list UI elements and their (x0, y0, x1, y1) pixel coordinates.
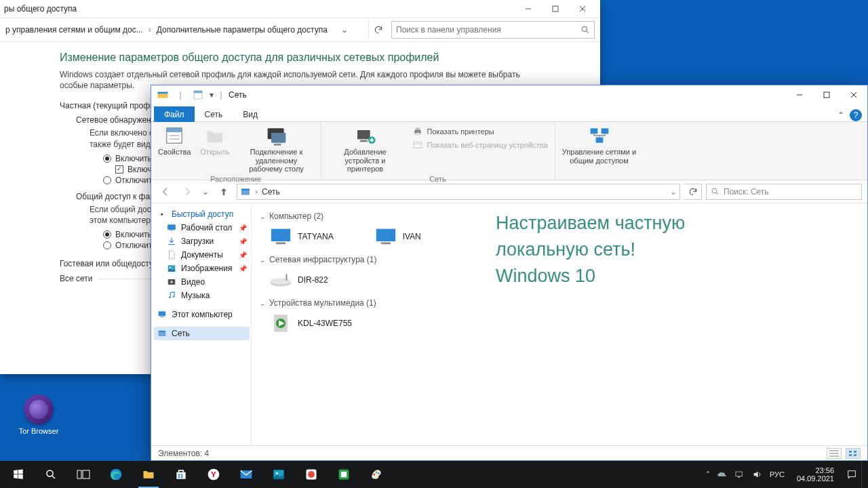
maximize-button[interactable] (813, 86, 840, 104)
taskbar-app-yandex[interactable]: Y (198, 461, 229, 488)
pictures-icon (166, 263, 177, 274)
sidebar-item-video[interactable]: Видео (163, 275, 250, 289)
help-icon[interactable]: ? (850, 109, 862, 121)
radio-icon (103, 176, 111, 184)
ribbon-properties-button[interactable]: Свойства (158, 125, 191, 157)
search-button[interactable] (35, 461, 66, 488)
ribbon-collapse-icon[interactable]: ⌃ (837, 110, 844, 120)
properties-qat-icon[interactable] (189, 87, 207, 103)
tray-chevron-up-icon[interactable]: ˄ (706, 470, 710, 479)
yandex-icon: Y (206, 467, 221, 482)
close-button[interactable] (840, 86, 867, 104)
refresh-button[interactable] (368, 20, 387, 39)
content-pane[interactable]: ⌄Компьютер (2) TATYANA IVAN ⌄Сетевая инф… (252, 203, 867, 445)
tab-file[interactable]: Файл (154, 106, 195, 122)
start-button[interactable] (3, 461, 34, 488)
cp-breadcrumb[interactable]: р управления сетями и общим дос... › Доп… (5, 25, 364, 35)
sidebar-item-label: Изображения (181, 264, 232, 273)
address-bar[interactable]: › Сеть ⌄ (237, 184, 680, 200)
tab-view[interactable]: Вид (233, 106, 268, 122)
ribbon-add-device-button[interactable]: Добавление устройств и принтеров (328, 125, 403, 174)
sidebar-item-desktop[interactable]: Рабочий стол📌 (163, 221, 250, 235)
ribbon-rdp-button[interactable]: Подключение к удаленному рабочему столу (239, 125, 314, 174)
device-router[interactable]: DIR-822 (269, 268, 328, 291)
taskbar-app-paint[interactable] (361, 461, 392, 488)
explorer-titlebar[interactable]: | ▾ | Сеть (151, 85, 867, 104)
taskbar-app-edge[interactable] (100, 461, 132, 488)
ribbon-label: Показать веб-страницу устройства (427, 141, 548, 149)
radio-icon (103, 155, 111, 163)
cp-search-input[interactable] (396, 25, 576, 35)
svg-rect-54 (181, 474, 183, 476)
qat-dropdown-icon[interactable]: ▾ (207, 87, 216, 103)
svg-rect-8 (167, 128, 182, 132)
ribbon-network-center-button[interactable]: Управление сетями и общим доступом (562, 125, 637, 165)
pin-icon: 📌 (239, 251, 247, 259)
taskbar-app-explorer[interactable] (133, 461, 164, 488)
device-computer[interactable]: IVAN (374, 225, 421, 248)
sidebar-item-pictures[interactable]: Изображения📌 (163, 262, 250, 275)
navigation-pane[interactable]: ⋆Быстрый доступ Рабочий стол📌 Загрузки📌 … (151, 203, 252, 445)
overlay-line: локальную сеть! (496, 237, 862, 263)
minimize-button[interactable] (515, 0, 542, 18)
sidebar-item-downloads[interactable]: Загрузки📌 (163, 235, 250, 248)
svg-rect-5 (194, 91, 202, 93)
chevron-down-icon[interactable]: ⌄ (333, 25, 348, 35)
tray-language[interactable]: РУС (770, 470, 785, 479)
taskbar-app-generic2[interactable] (328, 461, 359, 488)
chevron-down-icon[interactable]: ⌄ (670, 187, 677, 197)
svg-rect-3 (158, 94, 168, 98)
refresh-button[interactable] (684, 184, 702, 200)
sidebar-item-documents[interactable]: Документы📌 (163, 248, 250, 262)
tray-network-icon[interactable] (734, 469, 745, 480)
tray-onedrive-icon[interactable] (717, 469, 728, 480)
taskbar-app-gallery[interactable] (263, 461, 294, 488)
nav-back-button[interactable] (157, 183, 174, 201)
taskbar-app-generic1[interactable] (296, 461, 327, 488)
tray-date: 04.09.2021 (797, 474, 834, 483)
nav-up-button[interactable] (215, 183, 233, 201)
desktop-icon-tor[interactable]: Tor Browser (15, 394, 62, 435)
explorer-search-box[interactable]: Поиск: Сеть (706, 184, 862, 200)
taskbar-app-mail[interactable] (231, 461, 262, 488)
cp-search-box[interactable] (391, 21, 595, 39)
minimize-button[interactable] (786, 86, 813, 104)
nav-history-dropdown[interactable]: ⌄ (200, 183, 211, 201)
ribbon-show-printers-button[interactable]: Показать принтеры (412, 126, 548, 137)
sidebar-item-this-pc[interactable]: Этот компьютер (154, 308, 250, 321)
sidebar-item-network[interactable]: Сеть (154, 327, 250, 340)
taskview-button[interactable] (68, 461, 99, 488)
tray-clock[interactable]: 23:56 04.09.2021 (791, 466, 840, 483)
video-icon (166, 277, 177, 287)
sidebar-item-music[interactable]: Музыка (163, 289, 250, 302)
store-icon (174, 467, 189, 482)
app-icon (336, 467, 351, 482)
maximize-button[interactable] (542, 0, 569, 18)
pin-icon: 📌 (239, 238, 247, 245)
address-segment[interactable]: Сеть (262, 187, 280, 197)
breadcrumb-item[interactable]: р управления сетями и общим дос... (5, 25, 143, 35)
tab-network[interactable]: Сеть (195, 106, 233, 122)
svg-rect-53 (178, 474, 180, 476)
show-desktop-button[interactable] (861, 461, 865, 488)
tray-volume-icon[interactable] (752, 469, 763, 480)
group-label: Устройства мультимедиа (1) (269, 298, 376, 308)
device-media[interactable]: KDL-43WE755 (269, 312, 352, 335)
close-button[interactable] (569, 0, 596, 18)
icons-view-button[interactable] (846, 448, 861, 459)
breadcrumb-item[interactable]: Дополнительные параметры общего доступа (157, 25, 328, 35)
taskbar-app-store[interactable] (165, 461, 197, 488)
network-folder-icon[interactable] (154, 87, 172, 103)
tray-notifications-icon[interactable] (846, 469, 857, 480)
system-tray[interactable]: ˄ РУС 23:56 04.09.2021 (706, 466, 860, 483)
nav-forward-button[interactable] (178, 183, 196, 201)
cp-titlebar[interactable]: ры общего доступа (0, 0, 600, 18)
sidebar-item-quick-access[interactable]: ⋆Быстрый доступ (154, 207, 250, 221)
device-computer[interactable]: TATYANA (269, 225, 334, 248)
svg-point-68 (378, 472, 380, 474)
music-icon (166, 290, 177, 301)
details-view-button[interactable] (827, 448, 842, 459)
taskbar[interactable]: Y ˄ РУС 23:56 04.09.2021 (0, 461, 868, 488)
group-header-media[interactable]: ⌄Устройства мультимедиа (1) (260, 298, 859, 308)
annotation-overlay: Настраиваем частную локальную сеть! Wind… (496, 210, 862, 289)
